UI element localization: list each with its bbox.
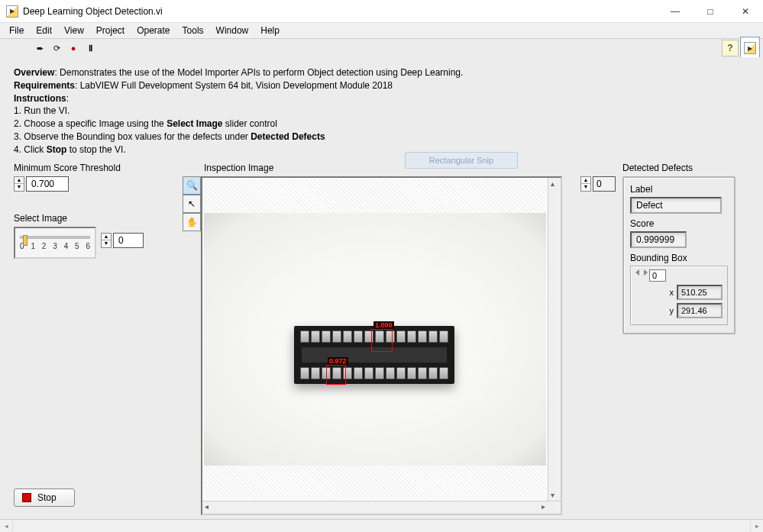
menu-file[interactable]: File [3, 24, 30, 37]
run-continuous-button[interactable]: ⟳ [50, 42, 63, 54]
detection-score-1: 1.000 [373, 321, 394, 329]
select-image-label: Select Image [14, 213, 144, 224]
maximize-button[interactable]: □ [693, 0, 728, 23]
menu-tools[interactable]: Tools [176, 24, 210, 37]
window-title: Deep Learning Object Detection.vi [23, 6, 658, 17]
inspection-image-display[interactable]: 1.000 0.972 [201, 176, 562, 515]
bounding-box-cluster: 0 x 510.25 y 291.46 [630, 266, 728, 325]
instruction-step-1: 1. Run the VI. [14, 105, 749, 118]
threshold-label: Minimum Score Threshold [14, 163, 121, 173]
toolbar: ➨ ⟳ ● Ⅱ [0, 39, 763, 57]
defect-score-value: 0.999999 [630, 231, 687, 248]
bb-index-value[interactable]: 0 [649, 269, 666, 282]
defect-label-label: Label [630, 184, 728, 195]
bounding-box-label: Bounding Box [630, 253, 728, 263]
overview-text: : Demonstrates the use of the Model Impo… [54, 67, 463, 78]
requirements-text: : LabVIEW Full Development System 64 bit… [75, 80, 393, 91]
select-image-slider[interactable]: 0 1 2 3 4 5 6 [14, 227, 96, 259]
abort-button[interactable]: ● [67, 42, 79, 54]
image-padding-top [204, 179, 546, 213]
detected-defects-label: Detected Defects [622, 163, 736, 173]
stop-button[interactable]: Stop [14, 488, 75, 507]
pause-button[interactable]: Ⅱ [84, 42, 96, 54]
image-padding-bottom [204, 466, 546, 499]
detection-box-2 [326, 365, 346, 385]
menu-window[interactable]: Window [210, 24, 255, 37]
select-image-value[interactable]: 0 [113, 233, 144, 248]
array-index-value[interactable]: 0 [593, 176, 616, 192]
overview-label: Overview [14, 67, 54, 78]
pointer-tool-icon[interactable]: ↖ [183, 195, 201, 213]
array-index-spinner[interactable]: ▲▼ [580, 176, 591, 192]
image-scrollbar-horizontal[interactable] [202, 501, 561, 514]
slider-thumb[interactable] [23, 235, 27, 246]
scroll-right-icon[interactable]: ▸ [750, 520, 763, 532]
requirements-label: Requirements [14, 80, 75, 91]
bb-index-spinner[interactable] [635, 269, 648, 282]
vi-icon[interactable] [740, 37, 760, 60]
bb-x-value: 510.25 [677, 285, 723, 300]
menu-bar: File Edit View Project Operate Tools Win… [0, 23, 763, 39]
run-button[interactable]: ➨ [34, 42, 46, 54]
instructions-label: Instructions [14, 93, 66, 104]
menu-help[interactable]: Help [254, 24, 286, 37]
menu-operate[interactable]: Operate [131, 24, 176, 37]
horizontal-scrollbar[interactable]: ◂ ▸ [0, 519, 763, 532]
menu-edit[interactable]: Edit [30, 24, 58, 37]
detection-score-2: 0.972 [328, 357, 348, 365]
image-scrollbar-vertical[interactable] [548, 178, 561, 501]
bb-y-value: 291.46 [677, 303, 723, 318]
threshold-spinner[interactable]: ▲▼ [14, 176, 24, 192]
select-image-spinner[interactable]: ▲▼ [101, 233, 112, 248]
zoom-tool-icon[interactable]: 🔍 [183, 176, 201, 195]
scroll-left-icon[interactable]: ◂ [0, 520, 13, 532]
menu-project[interactable]: Project [90, 24, 131, 37]
stop-button-label: Stop [37, 492, 57, 503]
stop-icon [22, 493, 31, 502]
defect-label-value: Defect [630, 197, 722, 214]
defect-score-label: Score [630, 218, 728, 229]
detected-defects-cluster: Label Defect Score 0.999999 Bounding Box… [622, 176, 736, 334]
pan-tool-icon[interactable]: ✋ [183, 213, 201, 231]
detection-box-1 [371, 329, 393, 352]
context-help-toggle[interactable]: ? [722, 40, 739, 56]
threshold-input[interactable]: 0.700 [26, 176, 69, 192]
menu-view[interactable]: View [58, 24, 90, 37]
bb-y-label: y [666, 306, 674, 315]
bb-x-label: x [666, 288, 674, 297]
snipping-tool-overlay: Rectangular Snip [405, 152, 518, 169]
instructions-block: Overview: Demonstrates the use of the Mo… [14, 66, 749, 156]
app-icon [6, 5, 18, 18]
minimize-button[interactable]: — [658, 0, 693, 23]
inspection-photo: 1.000 0.972 [204, 213, 546, 466]
close-button[interactable]: ✕ [728, 0, 763, 23]
